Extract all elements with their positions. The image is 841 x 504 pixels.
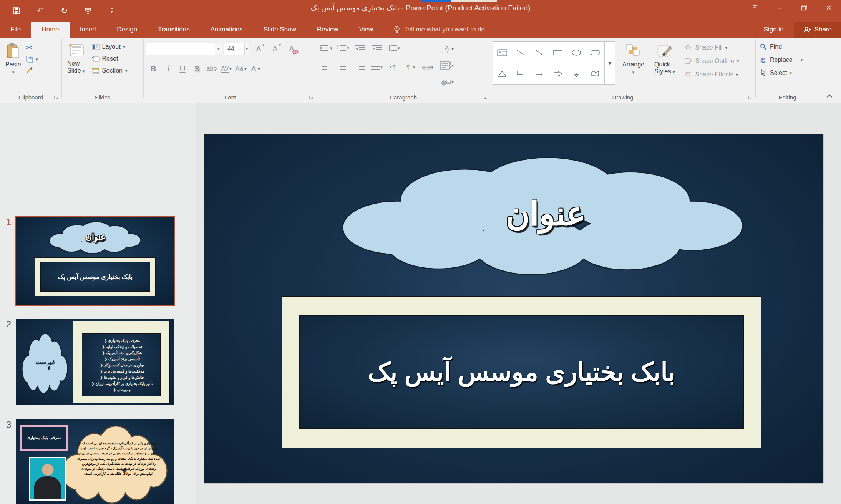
ltr-text-direction-button[interactable]: ¶ <box>387 61 401 74</box>
subtitle-text[interactable]: بابک بختیاری موسس آیس پک <box>368 357 675 387</box>
tab-home[interactable]: Home <box>31 22 69 38</box>
line-spacing-button[interactable]: ▾ <box>387 41 401 55</box>
arrange-button[interactable]: Arrange ▾ <box>619 42 647 76</box>
paragraph-dialog-launcher[interactable] <box>482 94 488 100</box>
drawing-dialog-launcher[interactable] <box>748 94 753 100</box>
save-button[interactable] <box>12 6 22 16</box>
tab-transitions[interactable]: Transitions <box>148 22 200 38</box>
cloud-title-text[interactable]: عنوان <box>327 150 764 276</box>
text-box-shape-icon[interactable]: A <box>497 49 507 56</box>
tab-file[interactable]: File <box>0 22 31 38</box>
tab-slide-show[interactable]: Slide Show <box>253 22 307 38</box>
text-direction-button[interactable]: A▾ <box>440 42 454 55</box>
bullets-button[interactable]: ▾ <box>319 41 333 55</box>
redo-button[interactable]: ↻ <box>59 6 69 16</box>
customize-qat-button[interactable]: ▾ <box>107 6 117 16</box>
paste-button[interactable]: Paste ▾ <box>2 41 24 76</box>
sign-in-button[interactable]: Sign in <box>754 22 794 38</box>
decrease-indent-button[interactable] <box>353 41 367 55</box>
justify-button[interactable]: ▾ <box>370 61 384 74</box>
font-name-combo[interactable]: ▾ <box>146 43 222 55</box>
cut-button[interactable]: ✂ <box>26 43 38 52</box>
font-size-input[interactable] <box>224 43 244 55</box>
ribbon-display-options-button[interactable] <box>743 0 767 15</box>
close-button[interactable]: × <box>816 0 841 15</box>
slide-canvas[interactable]: عنوان بابک بختیاری موسس آیس پک <box>196 103 841 504</box>
elbow-arrow-connector-icon[interactable] <box>534 70 544 78</box>
align-left-button[interactable] <box>319 61 333 74</box>
thumbnail-slide-1[interactable]: عنوان بابک بختیاری موسس آیس پک <box>16 217 174 305</box>
layout-button[interactable]: Layout▾ <box>90 42 129 51</box>
increase-font-size-button[interactable]: A▲ <box>251 41 266 56</box>
underline-button[interactable]: U <box>175 61 190 76</box>
rtl-text-direction-button[interactable]: ¶ <box>404 61 418 74</box>
convert-to-smartart-button[interactable]: ▾ <box>440 75 454 88</box>
shapes-gallery-more-button[interactable]: ▾ <box>605 41 615 85</box>
collapse-ribbon-button[interactable] <box>826 93 833 99</box>
font-dialog-launcher[interactable] <box>309 94 314 100</box>
bold-button[interactable]: B <box>146 61 161 76</box>
slide-thumbnail-panel[interactable]: 1 عنوان بابک بختیاری موسس آیس پک 2 فهرست <box>0 103 196 504</box>
tab-review[interactable]: Review <box>307 22 349 38</box>
columns-button[interactable]: ▾ <box>421 61 435 74</box>
rounded-rectangle-shape-icon[interactable] <box>590 49 600 56</box>
arrow-shape-icon[interactable] <box>534 49 544 56</box>
align-center-button[interactable] <box>336 61 350 74</box>
numbering-button[interactable]: 123▾ <box>336 41 350 55</box>
tell-me-box[interactable]: Tell me what you want to do... <box>393 22 490 38</box>
thumbnail-slide-2[interactable]: فهرست معرفی بابک بختیاری ❮تحصیلات و زندگ… <box>16 319 174 405</box>
replace-label: Replace <box>770 56 793 63</box>
rectangle-shape-icon[interactable] <box>553 49 563 56</box>
clipboard-dialog-launcher[interactable] <box>54 94 59 100</box>
line-shape-icon[interactable] <box>516 49 526 56</box>
thumbnail-slide-3[interactable]: بابک بختیاری یکی از کارآفرینان شناخته‌شد… <box>16 419 174 504</box>
current-slide[interactable]: عنوان بابک بختیاری موسس آیس پک <box>204 134 823 483</box>
start-from-beginning-button[interactable] <box>83 6 93 16</box>
change-case-button[interactable]: Aa▾ <box>234 61 248 76</box>
font-name-input[interactable] <box>146 43 215 55</box>
undo-button[interactable]: ↶ <box>35 6 45 16</box>
text-shadow-button[interactable]: S <box>190 61 204 76</box>
tab-animations[interactable]: Animations <box>200 22 253 38</box>
tab-design[interactable]: Design <box>106 22 148 38</box>
right-arrow-shape-icon[interactable] <box>553 70 563 78</box>
font-color-button[interactable]: A▾ <box>248 61 263 76</box>
new-slide-button[interactable]: New Slide ▾ <box>64 41 88 76</box>
italic-button[interactable]: I <box>161 61 175 76</box>
freeform-shape-icon[interactable] <box>590 70 600 78</box>
tab-view[interactable]: View <box>349 22 384 38</box>
restore-button[interactable] <box>792 0 816 15</box>
strikethrough-button[interactable]: abe <box>204 61 219 76</box>
format-painter-button[interactable] <box>26 66 38 75</box>
shape-fill-button[interactable]: Shape Fill▾ <box>683 43 740 52</box>
font-size-combo[interactable]: ▾ <box>224 43 249 55</box>
section-button[interactable]: Section▾ <box>90 66 129 75</box>
shape-effects-button[interactable]: Shape Effects▾ <box>683 70 740 79</box>
tab-insert[interactable]: Insert <box>70 22 107 38</box>
shape-outline-button[interactable]: Shape Outline▾ <box>683 56 740 66</box>
slide3-photo <box>29 457 66 501</box>
align-right-button[interactable] <box>353 61 367 74</box>
triangle-shape-icon[interactable] <box>497 70 507 78</box>
down-arrow-callout-icon[interactable] <box>571 70 581 78</box>
decrease-font-size-button[interactable]: A▼ <box>268 41 282 56</box>
share-button[interactable]: Share <box>794 22 841 38</box>
oval-shape-icon[interactable] <box>571 49 581 56</box>
replace-button[interactable]: abac Replace▾ <box>758 55 817 65</box>
quick-styles-button[interactable]: QuickStyles ▾ <box>651 42 678 76</box>
chevron-down-icon[interactable]: ▾ <box>244 43 249 55</box>
increase-indent-button[interactable] <box>370 41 384 55</box>
align-text-button[interactable]: ▾ <box>440 59 454 72</box>
subtitle-frame[interactable]: بابک بختیاری موسس آیس پک <box>282 296 761 448</box>
copy-button[interactable]: ▾ <box>26 55 38 63</box>
minimize-button[interactable]: – <box>767 0 792 15</box>
shapes-gallery[interactable]: A <box>493 41 605 85</box>
reset-button[interactable]: Reset <box>90 54 129 63</box>
character-spacing-button[interactable]: AV↔▾ <box>219 61 234 76</box>
clear-formatting-button[interactable]: A <box>284 41 299 56</box>
find-button[interactable]: Find <box>758 42 817 51</box>
chevron-down-icon[interactable]: ▾ <box>215 43 222 55</box>
title-cloud-shape[interactable]: عنوان <box>327 150 764 276</box>
elbow-connector-icon[interactable] <box>516 70 526 78</box>
select-button[interactable]: Select▾ <box>758 68 817 78</box>
